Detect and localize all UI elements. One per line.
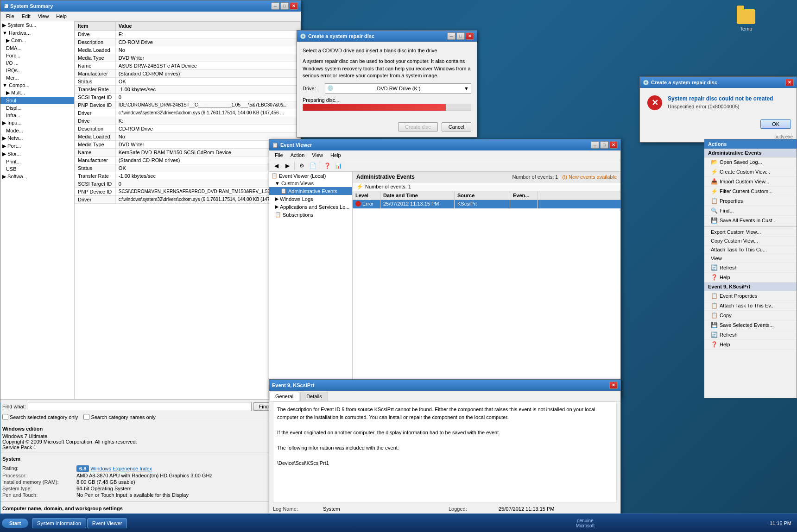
ev-tree-subscriptions[interactable]: 📋 Subscriptions: [269, 211, 352, 219]
tree-modem[interactable]: Mode...: [0, 127, 74, 134]
ev-minimize-btn[interactable]: ─: [591, 141, 599, 149]
error-dialog-titlebar: 💿 Create a system repair disc ✕: [640, 77, 797, 88]
ev-close-btn[interactable]: ✕: [609, 141, 618, 149]
repair-maximize-btn[interactable]: □: [456, 32, 465, 40]
tree-components[interactable]: ▶ Com...: [0, 37, 74, 44]
action-refresh2[interactable]: 🔄 Refresh: [704, 330, 797, 340]
taskbar-item-sysinfo[interactable]: System Information: [32, 518, 86, 528]
menu-view[interactable]: View: [34, 13, 53, 20]
col-event-header: Even...: [510, 191, 538, 200]
sysinfo-minimize-btn[interactable]: ─: [271, 2, 279, 10]
action-attach-task-ev[interactable]: 📋 Attach Task To This Ev...: [704, 301, 797, 311]
action-copy[interactable]: 📋 Copy: [704, 311, 797, 320]
action-save-all-events[interactable]: 💾 Save All Events in Cust...: [704, 216, 797, 225]
desktop-icon-temp[interactable]: Temp: [732, 9, 760, 31]
tree-ports[interactable]: ▶ Port...: [0, 142, 74, 150]
ev-menu-help[interactable]: Help: [327, 151, 345, 159]
tree-multimedia[interactable]: ▶ Mult...: [0, 89, 74, 97]
ev-menu-action[interactable]: Action: [287, 151, 309, 159]
ev-menu-file[interactable]: File: [271, 151, 287, 159]
action-export-custom-view[interactable]: Export Custom View...: [704, 228, 797, 237]
start-button[interactable]: Start: [2, 519, 28, 528]
tree-irqs[interactable]: IRQs...: [0, 67, 74, 74]
ev-title: Event Viewer: [280, 142, 312, 148]
tb-properties-btn[interactable]: 📄: [308, 161, 318, 170]
action-import-custom-view[interactable]: 📥 Import Custom View...: [704, 177, 797, 187]
action-refresh1[interactable]: 🔄 Refresh: [704, 263, 797, 273]
tree-forced[interactable]: Forc...: [0, 52, 74, 59]
menu-help[interactable]: Help: [52, 13, 70, 20]
repair-close-btn[interactable]: ✕: [466, 32, 474, 40]
taskbar-item-eventviewer[interactable]: Event Viewer: [87, 518, 127, 528]
ev-maximize-btn[interactable]: □: [600, 141, 608, 149]
cancel-btn[interactable]: Cancel: [442, 122, 471, 131]
open-saved-log-icon: 📂: [711, 159, 718, 165]
ev-detail-close-btn[interactable]: ✕: [609, 382, 618, 389]
search-input[interactable]: [28, 402, 252, 411]
system-type-label: System type:: [2, 486, 76, 491]
system-type-value: 64-bit Operating System: [76, 486, 299, 491]
ev-menu-view[interactable]: View: [308, 151, 327, 159]
ev-content: 📋 Event Viewer (Local) ▼ Custom Views 📋 …: [269, 172, 620, 395]
ram-label: Installed memory (RAM):: [2, 479, 76, 485]
action-filter-current[interactable]: ⚡ Filter Current Custom...: [704, 187, 797, 196]
action-copy-custom-view[interactable]: Copy Custom View...: [704, 237, 797, 245]
tree-io[interactable]: I/O ...: [0, 59, 74, 67]
menu-file[interactable]: File: [2, 13, 18, 20]
tb-help-btn[interactable]: ❓: [322, 161, 332, 170]
create-disc-btn[interactable]: Create disc: [398, 122, 438, 131]
tree-system-summary[interactable]: ▶ System Su...: [0, 21, 74, 29]
action-view[interactable]: View: [704, 254, 797, 263]
action-find[interactable]: 🔍 Find...: [704, 206, 797, 216]
action-attach-task-cu[interactable]: Attach Task To This Cu...: [704, 245, 797, 254]
search-option-category[interactable]: Search selected category only: [2, 414, 78, 420]
tb-action-btn[interactable]: ⚙: [297, 161, 307, 170]
repair-minimize-btn[interactable]: ─: [447, 32, 455, 40]
ev-tree-admin-events[interactable]: 📋 Administrative Events: [269, 187, 352, 195]
tree-input[interactable]: ▶ Inpu...: [0, 119, 74, 127]
tb-back-btn[interactable]: ◀: [271, 161, 281, 170]
tree-network[interactable]: ▶ Netw...: [0, 134, 74, 142]
tree-display[interactable]: Displ...: [0, 104, 74, 112]
tree-usb[interactable]: USB: [0, 165, 74, 173]
tb-forward-btn[interactable]: ▶: [282, 161, 292, 170]
ev-tree-windows-logs[interactable]: ▶ Windows Logs: [269, 195, 352, 203]
action-save-selected[interactable]: 💾 Save Selected Events...: [704, 320, 797, 330]
search-option-names[interactable]: Search category names only: [83, 414, 155, 420]
action-create-custom-view[interactable]: ⚡ Create Custom View...: [704, 167, 797, 177]
tree-dma[interactable]: DMA...: [0, 44, 74, 52]
tree-components2[interactable]: ▼ Compo...: [0, 81, 74, 89]
tree-hardware[interactable]: ▼ Hardwa...: [0, 29, 74, 37]
action-help1[interactable]: ❓ Help: [704, 273, 797, 282]
action-open-saved-log[interactable]: 📂 Open Saved Log...: [704, 157, 797, 167]
error-close-btn[interactable]: ✕: [785, 79, 794, 86]
tree-memory[interactable]: Mer...: [0, 74, 74, 81]
ev-tab-general[interactable]: General: [269, 392, 299, 401]
tree-software[interactable]: ▶ Softwa...: [0, 173, 74, 181]
taskbar: Start System Information Event Viewer ge…: [0, 513, 797, 532]
table-row: Driverc:\windows\system32\drivers\cdrom.…: [75, 109, 301, 117]
tree-printing[interactable]: Print...: [0, 158, 74, 165]
table-row: SCSI Target ID0: [75, 180, 301, 188]
ok-btn[interactable]: OK: [760, 119, 791, 129]
progress-label: Preparing disc...: [303, 97, 471, 103]
ev-tree-app-services[interactable]: ▶ Applications and Services Lo...: [269, 203, 352, 211]
tree-storage[interactable]: ▶ Stor...: [0, 150, 74, 158]
action-properties[interactable]: 📋 Properties: [704, 196, 797, 206]
rating-link[interactable]: Windows Experience Index: [90, 466, 152, 471]
action-event-properties[interactable]: 📋 Event Properties: [704, 291, 797, 301]
tree-soul[interactable]: Soul: [0, 97, 74, 104]
ev-tree-local[interactable]: 📋 Event Viewer (Local): [269, 172, 352, 180]
action-help2[interactable]: ❓ Help: [704, 340, 797, 350]
drive-select[interactable]: 💿 DVD RW Drive (K:) ▼: [325, 83, 471, 94]
ev-list-row[interactable]: Error 25/07/2012 11:13:15 PM KScsiPrt: [353, 200, 620, 209]
sysinfo-maximize-btn[interactable]: □: [280, 2, 289, 10]
ev-tab-details[interactable]: Details: [300, 392, 328, 401]
table-row: Manufacturer(Standard CD-ROM drives): [75, 156, 301, 164]
ev-tree-custom-views[interactable]: ▼ Custom Views: [269, 180, 352, 187]
refresh2-icon: 🔄: [711, 332, 718, 338]
menu-edit[interactable]: Edit: [18, 13, 34, 20]
sysinfo-close-btn[interactable]: ✕: [290, 2, 298, 10]
tree-infra[interactable]: Infra...: [0, 112, 74, 119]
tb-extra-btn[interactable]: 📊: [333, 161, 343, 170]
